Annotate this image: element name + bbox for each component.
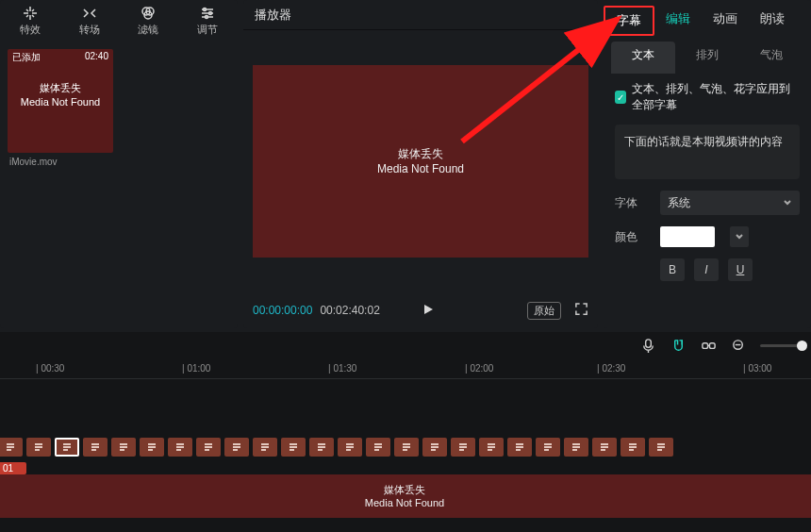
subtitle-segment[interactable] (621, 438, 645, 457)
tab-effects-label: 特效 (20, 23, 41, 37)
ruler-tick: 02:00 (470, 363, 493, 374)
clip-added-badge: 已添加 (12, 51, 41, 64)
caption-track-label: 01 (0, 462, 26, 474)
subtitle-segment[interactable] (422, 438, 447, 457)
subtitle-segment[interactable] (0, 438, 23, 457)
subtitle-segment[interactable] (394, 438, 419, 457)
subtitle-segment[interactable] (224, 438, 249, 457)
ruler-tick: 02:30 (602, 363, 625, 374)
ruler-tick: 03:00 (748, 363, 771, 374)
apply-all-checkbox[interactable] (615, 91, 626, 104)
aspect-ratio-button[interactable]: 原始 (527, 302, 561, 320)
subtitle-segment[interactable] (111, 438, 136, 457)
subtitle-segment[interactable] (168, 438, 192, 457)
transition-icon (81, 5, 98, 22)
subtitle-segment[interactable] (55, 438, 79, 457)
subtitle-segment[interactable] (140, 438, 164, 457)
clip-duration: 02:40 (85, 51, 108, 64)
subtab-text[interactable]: 文本 (611, 42, 675, 74)
tab-adjust-label: 调节 (197, 23, 218, 37)
subtitle-segment[interactable] (592, 438, 617, 457)
font-select[interactable]: 系统 (660, 191, 800, 215)
subtitle-segment[interactable] (451, 438, 475, 457)
style-underline-button[interactable]: U (728, 258, 753, 281)
sparkle-icon (22, 5, 39, 22)
fullscreen-button[interactable] (574, 302, 588, 319)
tab-effects[interactable]: 特效 (2, 4, 59, 38)
clip-filename: iMovie.mov (8, 157, 230, 167)
player-missing-cn: 媒体丢失 (398, 146, 443, 161)
time-current: 00:00:00:00 (253, 304, 312, 317)
subtitle-segment[interactable] (338, 438, 362, 457)
subtitle-segment[interactable] (479, 438, 504, 457)
subtab-bubble[interactable]: 气泡 (739, 42, 803, 74)
video-clip-missing-cn: 媒体丢失 (384, 483, 425, 496)
subtitle-segment[interactable] (564, 438, 588, 457)
subtitle-segment[interactable] (26, 438, 51, 457)
player-missing-en: Media Not Found (377, 161, 464, 176)
play-button[interactable] (422, 303, 435, 319)
ruler-tick: 00:30 (41, 363, 64, 374)
subtitle-segment[interactable] (309, 438, 334, 457)
style-italic-button[interactable]: I (694, 258, 719, 281)
subtitle-segment[interactable] (507, 438, 532, 457)
tab-adjust[interactable]: 调节 (179, 4, 237, 38)
style-bold-button[interactable]: B (660, 258, 685, 281)
subtitle-segment[interactable] (281, 438, 306, 457)
inspector-tab-read[interactable]: 朗读 (749, 0, 796, 38)
color-label: 颜色 (615, 229, 645, 245)
chevron-down-icon (783, 198, 792, 208)
zoom-slider[interactable] (760, 344, 800, 347)
inspector-tab-read-label: 朗读 (760, 10, 785, 27)
subtab-arrange[interactable]: 排列 (675, 42, 739, 74)
inspector-tab-subtitle-label: 字幕 (617, 12, 641, 29)
timeline-ruler[interactable]: | 00:30 | 01:00 | 01:30 | 02:00 | 02:30 … (0, 358, 811, 379)
tab-filter-label: 滤镜 (138, 23, 158, 37)
subtitle-segment[interactable] (366, 438, 390, 457)
tab-transition[interactable]: 转场 (61, 4, 119, 38)
color-dropdown[interactable] (730, 226, 749, 247)
inspector-tab-animation-label: 动画 (713, 10, 737, 27)
inspector-tab-edit[interactable]: 编辑 (654, 0, 702, 38)
subtitle-textarea[interactable]: 下面的话就是本期视频讲的内容 (615, 125, 800, 179)
inspector-panel: 字幕 编辑 动画 朗读 文本 排列 气泡 文本、排列、气泡、花字应用到全部字幕 … (604, 0, 811, 328)
player-title: 播放器 (243, 0, 598, 30)
font-value: 系统 (668, 195, 690, 211)
apply-all-label: 文本、排列、气泡、花字应用到全部字幕 (632, 81, 800, 113)
ruler-tick: 01:30 (333, 363, 356, 374)
player-canvas[interactable]: 媒体丢失 Media Not Found (253, 65, 588, 258)
clip-missing-en: Media Not Found (12, 95, 108, 109)
tab-transition-label: 转场 (79, 23, 100, 37)
subtitle-segment[interactable] (536, 438, 560, 457)
subtitle-segment[interactable] (83, 438, 108, 457)
media-panel: 特效 转场 滤镜 调节 已添加 02:40 媒体丢失 (0, 0, 238, 328)
subtitle-segment[interactable] (649, 438, 673, 457)
timeline-panel: | 00:30 | 01:00 | 01:30 | 02:00 | 02:30 … (0, 332, 811, 532)
inspector-tab-edit-label: 编辑 (666, 10, 690, 27)
subtitle-segment[interactable] (196, 438, 221, 457)
magnet-icon[interactable] (670, 338, 687, 354)
filter-icon (140, 5, 157, 22)
player-panel: 播放器 媒体丢失 Media Not Found 00:00:00:00 00:… (243, 0, 598, 328)
mic-icon[interactable] (639, 338, 656, 354)
inspector-tab-animation[interactable]: 动画 (702, 0, 749, 38)
color-swatch[interactable] (660, 226, 715, 247)
subtitle-segment[interactable] (253, 438, 277, 457)
svg-rect-7 (702, 342, 707, 348)
video-track-clip[interactable]: 媒体丢失 Media Not Found (0, 474, 811, 518)
ruler-tick: 01:00 (187, 363, 210, 374)
svg-rect-6 (645, 339, 651, 347)
chevron-down-icon (735, 232, 744, 241)
link-icon[interactable] (700, 338, 717, 354)
time-total: 00:02:40:02 (320, 304, 379, 317)
inspector-tab-subtitle[interactable]: 字幕 (604, 6, 654, 36)
svg-rect-8 (709, 342, 715, 348)
tab-filter[interactable]: 滤镜 (120, 4, 177, 38)
zoom-out-icon[interactable] (730, 338, 747, 354)
subtitle-track[interactable] (0, 438, 811, 458)
clip-missing-cn: 媒体丢失 (12, 81, 108, 95)
sliders-icon (199, 5, 216, 22)
media-clip[interactable]: 已添加 02:40 媒体丢失 Media Not Found (8, 49, 113, 153)
video-clip-missing-en: Media Not Found (365, 496, 444, 509)
font-label: 字体 (615, 195, 645, 211)
